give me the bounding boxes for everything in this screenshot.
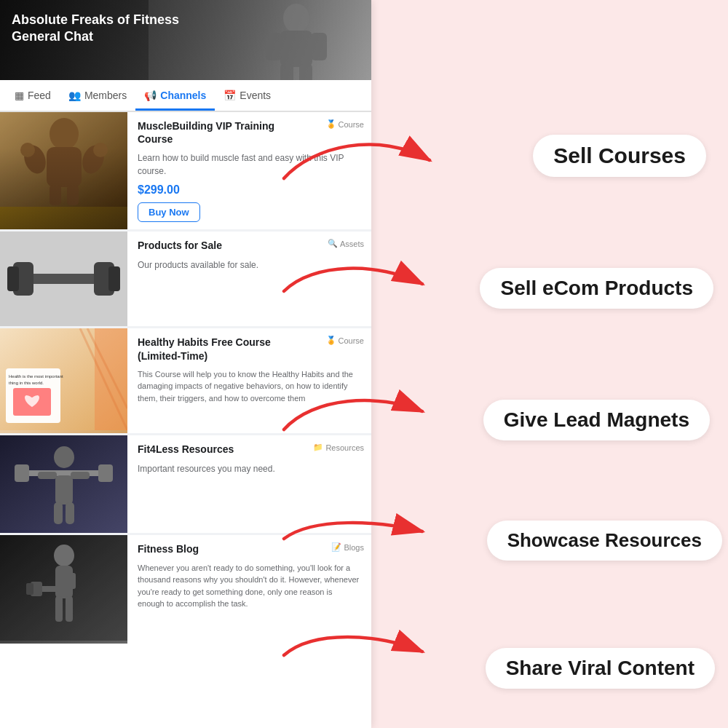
nav-tabs: ▦ Feed 👥 Members 📢 Channels 📅 Events [0,80,371,112]
svg-rect-37 [38,472,57,479]
svg-point-0 [283,4,309,33]
svg-rect-34 [15,464,29,482]
channel-desc-5: Whenever you aren't ready to do somethin… [138,562,361,610]
svg-rect-13 [50,185,61,205]
svg-point-7 [50,118,79,150]
svg-rect-14 [67,185,79,205]
channel-desc-2: Our products available for sale. [138,258,361,272]
tab-members-label: Members [84,90,127,101]
tab-channels[interactable]: 📢 Channels [135,82,215,111]
channel-type-3: 🏅 Course [326,336,364,345]
svg-rect-8 [47,147,82,187]
group-title: Absolute Freaks of Fitness General Chat [12,12,179,46]
channel-item-4[interactable]: 📁 Resources Fit4Less Resources Important… [0,435,371,533]
members-icon: 👥 [68,90,81,101]
svg-rect-40 [66,502,74,524]
group-header: Absolute Freaks of Fitness General Chat [0,0,371,80]
svg-text:thing in this world.: thing in this world. [9,381,44,385]
channel-desc-1: Learn how to build muscle fast and easy … [138,151,361,178]
svg-rect-28 [95,328,127,430]
channel-thumb-5 [0,535,127,644]
channel-content-3: 🏅 Course Healthy Habits Free Course (Lim… [127,328,371,433]
events-icon: 📅 [223,90,236,101]
svg-rect-1 [280,31,312,67]
svg-point-12 [93,143,108,157]
channel-desc-3: This Course will help you to know the He… [138,368,361,405]
svg-rect-35 [98,464,113,482]
channel-desc-4: Important resources you may need. [138,462,361,475]
svg-point-11 [20,143,35,157]
channel-item-2[interactable]: 🔍 Assets Products for Sale Our products … [0,232,371,326]
svg-text:Health is the most important: Health is the most important [9,374,63,379]
svg-rect-22 [0,232,127,326]
tab-events-label: Events [240,90,271,101]
channel-type-5: 📝 Blogs [331,542,364,552]
left-panel: Absolute Freaks of Fitness General Chat … [0,0,371,728]
channel-content-1: 🏅 Course MuscleBuilding VIP Training Cou… [127,112,371,229]
svg-rect-2 [266,33,282,60]
svg-rect-36 [55,475,73,505]
feed-icon: ▦ [15,90,24,101]
channels-list: 🏅 Course MuscleBuilding VIP Training Cou… [0,112,371,644]
right-labels: Sell Courses Sell eCom Products Give Lea… [371,0,728,728]
label-lead-magnets: Give Lead Magnets [483,400,710,440]
svg-rect-3 [311,33,327,60]
channel-type-4: 📁 Resources [313,443,364,452]
tab-events[interactable]: 📅 Events [215,82,280,111]
channel-thumb-2 [0,232,127,326]
svg-rect-4 [280,64,293,80]
label-viral-content: Share Viral Content [486,648,715,689]
svg-point-9 [20,142,50,176]
tab-feed-label: Feed [28,90,51,101]
svg-rect-6 [0,112,127,207]
svg-rect-15 [0,112,127,207]
channel-item-5[interactable]: 📝 Blogs Fitness Blog Whenever you aren't… [0,535,371,644]
channel-content-5: 📝 Blogs Fitness Blog Whenever you aren't… [127,535,371,644]
svg-point-32 [54,446,74,468]
label-sell-ecom: Sell eCom Products [480,268,713,309]
buy-now-button-1[interactable]: Buy Now [138,202,200,222]
svg-rect-5 [299,64,312,80]
channel-price-1: $299.00 [138,183,361,197]
svg-rect-39 [54,502,63,524]
channel-type-2: 🔍 Assets [328,239,364,248]
svg-rect-33 [22,470,106,476]
tab-feed[interactable]: ▦ Feed [6,82,60,111]
svg-rect-38 [71,472,90,479]
label-sell-courses: Sell Courses [533,135,706,177]
channel-item-3[interactable]: Health is the most important thing in th… [0,328,371,433]
tab-channels-label: Channels [160,90,206,101]
channel-thumb-4 [0,435,127,533]
channel-type-1: 🏅 Course [326,119,364,129]
tab-members[interactable]: 👥 Members [60,82,135,111]
channel-name-5: Fitness Blog [138,542,361,555]
channel-thumb-1 [0,112,127,229]
channel-item-1[interactable]: 🏅 Course MuscleBuilding VIP Training Cou… [0,112,371,229]
svg-rect-50 [0,535,127,641]
channel-content-4: 📁 Resources Fit4Less Resources Important… [127,435,371,533]
label-showcase-resources: Showcase Resources [487,521,722,561]
channel-thumb-3: Health is the most important thing in th… [0,328,127,433]
channels-icon: 📢 [144,90,157,101]
svg-point-10 [79,142,108,176]
channel-content-2: 🔍 Assets Products for Sale Our products … [127,232,371,326]
